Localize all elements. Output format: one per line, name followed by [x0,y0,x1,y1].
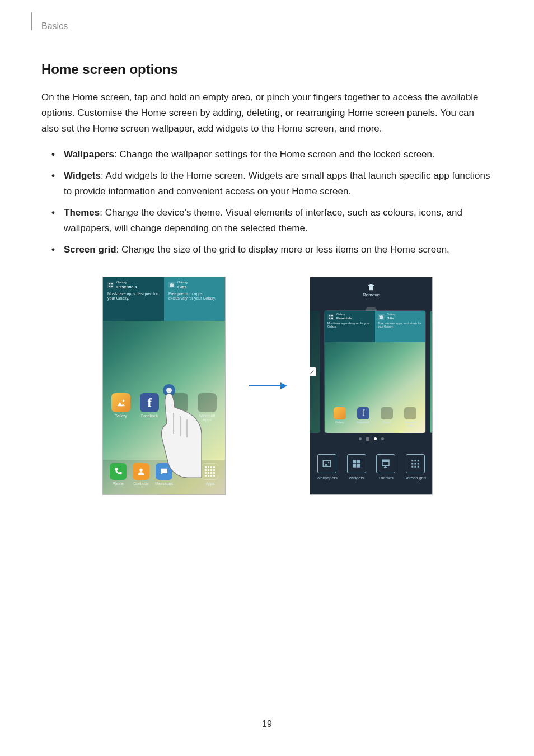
gift-icon [168,282,175,288]
intro-paragraph: On the Home screen, tap and hold an empt… [41,90,494,137]
svg-rect-1 [111,283,113,284]
screen-grid-icon [406,454,425,473]
mini-widget-essentials: GalaxyEssentials Must-have apps designed… [325,311,375,342]
figure-row: GalaxyEssentials Must-have apps designed… [41,277,494,495]
gift-icon [378,314,385,320]
remove-target: Remove [310,277,432,303]
home-screen-figure: GalaxyEssentials Must-have apps designed… [102,277,226,495]
home-options-figure: Remove GalaxyEssentials Must-have apps [310,277,433,495]
option-widgets: Widgets [343,454,371,494]
svg-rect-18 [331,318,333,319]
svg-rect-6 [171,283,172,287]
apps-grid-icon [327,314,334,320]
svg-rect-21 [381,315,382,319]
svg-rect-41 [418,466,419,468]
widget-row: GalaxyEssentials Must-have apps designed… [103,277,225,321]
svg-rect-40 [414,466,416,468]
widgets-icon [347,454,366,473]
svg-rect-27 [353,464,356,468]
header-divider [31,12,32,30]
svg-rect-15 [329,315,330,316]
briefing-icon [310,367,316,376]
widget-essentials: GalaxyEssentials Must-have apps designed… [103,277,164,321]
prev-panel [310,311,320,433]
svg-rect-35 [418,460,419,462]
bullet-text: : Add widgets to the Home screen. Widget… [64,170,490,197]
svg-point-9 [122,400,124,402]
mini-app-social: Social [380,407,394,427]
svg-rect-30 [382,460,389,463]
bullet-label: Widgets [64,170,101,181]
svg-rect-0 [109,283,110,284]
mini-app-microsoft: Microsoft Apps [404,407,417,427]
svg-rect-34 [414,460,416,462]
dock-contacts: Contacts [129,463,152,494]
option-screen-grid: Screen grid [401,454,429,494]
options-bar: Wallpapers Widgets Themes Screen grid [310,451,432,494]
svg-rect-32 [384,467,387,468]
svg-rect-16 [331,315,333,316]
dock-phone: Phone [106,463,129,494]
gallery-icon [111,393,130,412]
apps-grid-icon [107,282,114,288]
svg-rect-36 [411,463,413,465]
svg-rect-33 [411,460,413,462]
svg-rect-39 [411,466,413,468]
bullet-label: Screen grid [64,244,116,255]
svg-marker-23 [325,464,328,466]
current-panel: GalaxyEssentials Must-have apps designed… [325,311,425,433]
bullet-item: Widgets: Add widgets to the Home screen.… [51,168,494,199]
option-wallpapers: Wallpapers [313,454,341,494]
bullet-label: Themes [64,207,100,218]
bullet-text: : Change the size of the grid to display… [116,244,449,255]
svg-rect-25 [353,460,356,464]
contacts-icon [133,463,149,480]
themes-icon [376,454,395,473]
bullet-label: Wallpapers [64,149,114,160]
svg-rect-28 [357,464,360,468]
app-gallery: Gallery [109,393,133,422]
svg-rect-2 [109,286,110,287]
mini-app-gallery: Gallery [333,407,346,427]
breadcrumb: Basics [41,21,68,31]
main-content: Home screen options On the Home screen, … [41,62,494,495]
bullet-text: : Change the wallpaper settings for the … [114,149,435,160]
trash-icon [367,283,375,291]
phone-icon [110,463,127,480]
widget-gifts: GalaxyGifts Free premium apps, exclusive… [164,277,225,321]
next-panel [430,311,433,433]
panel-strip: GalaxyEssentials Must-have apps designed… [310,306,433,441]
bullet-item: Screen grid: Change the size of the grid… [51,242,494,258]
mini-app-facebook: fFacebook [357,407,370,427]
svg-point-24 [328,462,329,463]
page-number: 19 [0,719,534,729]
mini-app-row: Gallery fFacebook Social Microsoft Apps [328,407,422,427]
wallpapers-icon [317,454,336,473]
svg-point-10 [139,469,142,472]
svg-rect-26 [357,460,360,464]
section-title: Home screen options [41,62,494,77]
page-indicator [310,437,432,441]
svg-rect-3 [111,286,113,287]
bullet-list: Wallpapers: Change the wallpaper setting… [41,147,494,258]
mini-widget-gifts: GalaxyGifts Free premium apps, exclusive… [375,311,425,342]
bullet-item: Themes: Change the device’s theme. Visua… [51,205,494,236]
dock-apps: Apps [199,463,222,494]
apps-drawer-icon [202,463,218,480]
svg-marker-14 [280,382,287,389]
bullet-text: : Change the device’s theme. Visual elem… [64,207,462,234]
svg-rect-38 [418,463,419,465]
bullet-item: Wallpapers: Change the wallpaper setting… [51,147,494,162]
svg-rect-37 [414,463,416,465]
svg-rect-31 [386,466,387,467]
touch-finger-icon [157,384,202,479]
svg-rect-17 [329,318,330,319]
svg-point-12 [166,388,172,393]
arrow-icon [248,380,287,391]
option-themes: Themes [372,454,400,494]
